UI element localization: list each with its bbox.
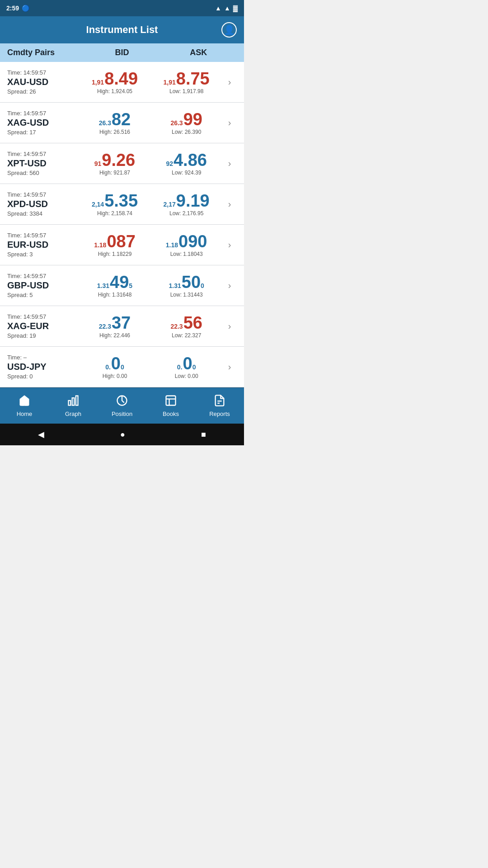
row-chevron[interactable]: › (222, 280, 237, 291)
ask-prefix: 26.3 (170, 120, 183, 126)
bid-prefix: 22.3 (99, 323, 111, 330)
table-row[interactable]: Time: 14:59:57 XPD-USD Spread: 3384 2,14… (0, 184, 244, 225)
nav-label-position: Position (112, 410, 132, 417)
wifi-icon: ▲ (215, 5, 221, 12)
bottom-nav: Home Graph Position Books Reports (0, 387, 244, 424)
position-icon (116, 394, 128, 409)
ask-price: 1.31 50 0 Low: 1.31443 (150, 274, 222, 298)
table-row[interactable]: Time: – USD-JPY Spread: 0 0. 0 0 High: 0… (0, 347, 244, 387)
ask-big: 50 (182, 274, 201, 291)
battery-icon: ▓ (233, 5, 238, 12)
bid-prefix: 2,14 (92, 201, 104, 208)
instrument-spread: Spread: 3 (7, 251, 79, 258)
svg-rect-1 (72, 398, 75, 405)
bid-price: 22.3 37 High: 22.446 (79, 314, 151, 339)
table-row[interactable]: Time: 14:59:57 XAU-USD Spread: 26 1,91 8… (0, 62, 244, 103)
instrument-spread: Spread: 5 (7, 292, 79, 298)
ask-big: 090 (178, 233, 207, 250)
nav-item-reports[interactable]: Reports (195, 388, 244, 424)
table-row[interactable]: Time: 14:59:57 XPT-USD Spread: 560 91 9.… (0, 143, 244, 184)
bid-sub: High: 1,924.05 (97, 88, 132, 94)
ask-price: 1.18 090 Low: 1.18043 (150, 233, 222, 257)
table-row[interactable]: Time: 14:59:57 XAG-USD Spread: 17 26.3 8… (0, 103, 244, 143)
bid-sub: High: 0.00 (103, 373, 127, 379)
nav-item-position[interactable]: Position (98, 388, 146, 424)
row-chevron[interactable]: › (222, 240, 237, 250)
instrument-name: EUR-USD (7, 240, 79, 250)
ask-sub: Low: 1,917.98 (169, 88, 203, 94)
recent-button[interactable]: ■ (201, 430, 206, 439)
bid-suffix: 0 (121, 364, 124, 370)
ask-big: 9.19 (176, 192, 210, 209)
row-chevron[interactable]: › (222, 362, 237, 372)
instrument-info: Time: 14:59:57 XAU-USD Spread: 26 (7, 69, 79, 95)
bid-big: 0 (111, 355, 121, 372)
row-chevron[interactable]: › (222, 118, 237, 128)
android-nav-bar: ◀ ● ■ (0, 424, 244, 445)
bid-price: 26.3 82 High: 26.516 (79, 111, 151, 135)
row-chevron[interactable]: › (222, 77, 237, 87)
instrument-info: Time: 14:59:57 GBP-USD Spread: 5 (7, 273, 79, 298)
status-bar: 2:59 🔵 ▲ ▲ ▓ (0, 0, 244, 16)
table-row[interactable]: Time: 14:59:57 EUR-USD Spread: 3 1.18 08… (0, 225, 244, 265)
profile-button[interactable]: 👤 (221, 22, 237, 38)
instrument-name: XPD-USD (7, 199, 79, 209)
bid-prefix: 1.18 (94, 242, 106, 248)
ask-sub: Low: 924.39 (172, 170, 201, 176)
status-time: 2:59 (6, 5, 19, 12)
ask-sub: Low: 1.18043 (170, 251, 203, 257)
bid-prefix: 26.3 (99, 120, 111, 126)
bid-price: 1.31 49 5 High: 1.31648 (79, 274, 151, 298)
ask-prefix: 92 (166, 160, 173, 167)
profile-icon: 👤 (224, 24, 235, 35)
bid-price: 2,14 5.35 High: 2,158.74 (79, 192, 151, 217)
bid-sub: High: 1.18229 (98, 251, 132, 257)
instrument-info: Time: 14:59:57 XPD-USD Spread: 3384 (7, 191, 79, 217)
nav-label-home: Home (17, 410, 33, 417)
ask-prefix: 0. (177, 364, 183, 370)
ask-sub: Low: 22.327 (172, 332, 201, 339)
table-header: Cmdty Pairs BID ASK (0, 43, 244, 62)
instrument-info: Time: – USD-JPY Spread: 0 (7, 354, 79, 380)
instrument-time: Time: 14:59:57 (7, 313, 79, 320)
bid-prefix: 1,91 (92, 79, 104, 85)
nav-item-graph[interactable]: Graph (49, 388, 98, 424)
instrument-name: USD-JPY (7, 362, 79, 372)
bid-prefix: 91 (94, 160, 102, 167)
table-row[interactable]: Time: 14:59:57 GBP-USD Spread: 5 1.31 49… (0, 265, 244, 306)
ask-sub: Low: 26.390 (172, 129, 201, 135)
nav-item-books[interactable]: Books (146, 388, 195, 424)
bid-sub: High: 2,158.74 (97, 210, 132, 217)
ask-prefix: 1.31 (169, 283, 181, 289)
row-chevron[interactable]: › (222, 199, 237, 209)
col-bid: BID (84, 48, 160, 57)
ask-sub: Low: 2,176.95 (169, 210, 203, 217)
signal-icon: ▲ (224, 5, 230, 12)
ask-big: 0 (183, 355, 192, 372)
header: Instrument List 👤 (0, 16, 244, 43)
ask-prefix: 1,91 (164, 79, 176, 85)
row-chevron[interactable]: › (222, 321, 237, 331)
instrument-info: Time: 14:59:57 XPT-USD Spread: 560 (7, 151, 79, 176)
ask-price: 22.3 56 Low: 22.327 (150, 314, 222, 339)
col-pairs: Cmdty Pairs (7, 48, 84, 57)
table-row[interactable]: Time: 14:59:57 XAG-EUR Spread: 19 22.3 3… (0, 306, 244, 347)
instrument-spread: Spread: 17 (7, 129, 79, 136)
ask-price: 26.3 99 Low: 26.390 (150, 111, 222, 135)
instrument-info: Time: 14:59:57 XAG-EUR Spread: 19 (7, 313, 79, 339)
bid-big: 9.26 (102, 151, 135, 169)
back-button[interactable]: ◀ (38, 429, 44, 439)
instrument-spread: Spread: 3384 (7, 210, 79, 217)
svg-rect-0 (69, 401, 71, 406)
instrument-time: Time: 14:59:57 (7, 191, 79, 198)
ask-big: 99 (183, 111, 202, 128)
instrument-spread: Spread: 26 (7, 88, 79, 95)
ask-suffix: 0 (192, 364, 196, 370)
nav-label-graph: Graph (65, 410, 81, 417)
bid-price: 1.18 087 High: 1.18229 (79, 233, 151, 257)
instrument-spread: Spread: 0 (7, 373, 79, 380)
reports-icon (213, 394, 226, 409)
home-button[interactable]: ● (120, 430, 125, 439)
nav-item-home[interactable]: Home (0, 388, 49, 424)
row-chevron[interactable]: › (222, 158, 237, 169)
